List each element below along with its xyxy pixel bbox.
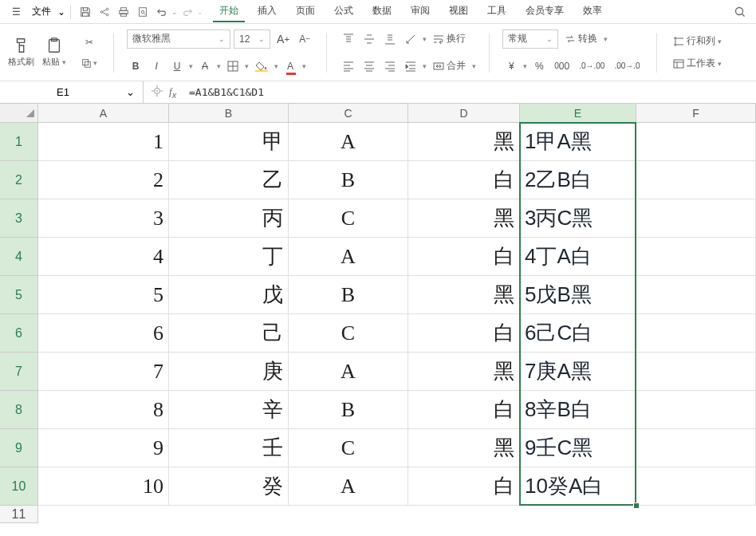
cell-C10[interactable]: A (289, 467, 408, 506)
row-header-7[interactable]: 7 (0, 353, 38, 391)
cell-B7[interactable]: 庚 (169, 353, 289, 391)
cell-D5[interactable]: 黑 (408, 276, 520, 314)
cell-D10[interactable]: 白 (408, 467, 520, 506)
align-top-icon[interactable] (340, 30, 357, 48)
tab-数据[interactable]: 数据 (366, 1, 398, 22)
align-middle-icon[interactable] (360, 30, 378, 48)
cell-C8[interactable]: B (289, 391, 408, 429)
cell-C2[interactable]: B (289, 161, 408, 199)
print-preview-icon[interactable] (133, 2, 152, 22)
col-header-B[interactable]: B (169, 104, 289, 123)
row-header-10[interactable]: 10 (0, 467, 38, 506)
cell-D2[interactable]: 白 (408, 161, 520, 199)
name-box[interactable]: E1 ⌄ (0, 81, 144, 103)
wrap-text-button[interactable]: 换行 (430, 30, 469, 48)
cell-B10[interactable]: 癸 (169, 467, 289, 506)
formula-input[interactable]: =A1&B1&C1&D1 (184, 86, 756, 98)
cell-A10[interactable]: 10 (38, 467, 169, 506)
cell-A7[interactable]: 7 (38, 353, 169, 391)
underline-icon[interactable]: U (168, 57, 186, 75)
cell-A3[interactable]: 3 (38, 199, 169, 238)
cell-F7[interactable] (636, 353, 756, 391)
tab-公式[interactable]: 公式 (328, 1, 360, 22)
font-size-select[interactable]: 12⌄ (234, 30, 270, 49)
cell-B4[interactable]: 丁 (169, 238, 289, 276)
cell-B1[interactable]: 甲 (169, 123, 289, 161)
format-painter-icon[interactable] (10, 37, 33, 54)
cell-A2[interactable]: 2 (38, 161, 169, 199)
row-header-1[interactable]: 1 (0, 123, 38, 161)
indent-icon[interactable] (402, 57, 419, 75)
cell-F6[interactable] (636, 314, 756, 353)
cell-F9[interactable] (636, 429, 756, 467)
worksheet-button[interactable]: 工作表▾ (670, 55, 725, 73)
cell-F8[interactable] (636, 391, 756, 429)
tab-视图[interactable]: 视图 (443, 1, 474, 22)
cell-E8[interactable]: 8辛B白 (520, 391, 636, 429)
save-icon[interactable] (76, 2, 95, 22)
cell-D7[interactable]: 黑 (408, 353, 520, 391)
cell-B6[interactable]: 己 (169, 314, 289, 353)
row-header-4[interactable]: 4 (0, 238, 38, 276)
align-right-icon[interactable] (381, 57, 399, 75)
undo-icon[interactable] (152, 2, 171, 22)
cell-D4[interactable]: 白 (408, 238, 520, 276)
file-menu[interactable]: 文件 (27, 3, 56, 20)
copy-icon[interactable]: ▾ (77, 54, 100, 72)
col-header-D[interactable]: D (408, 104, 520, 123)
row-header-8[interactable]: 8 (0, 391, 38, 429)
col-header-F[interactable]: F (636, 104, 756, 123)
tab-开始[interactable]: 开始 (213, 1, 245, 22)
row-header-5[interactable]: 5 (0, 276, 38, 314)
tab-插入[interactable]: 插入 (251, 1, 283, 22)
comma-icon[interactable]: 000 (551, 57, 573, 75)
cell-D3[interactable]: 黑 (408, 199, 520, 238)
cell-B2[interactable]: 乙 (169, 161, 289, 199)
cell-F4[interactable] (636, 238, 756, 276)
redo-icon[interactable] (178, 2, 197, 22)
col-header-E[interactable]: E (520, 104, 636, 123)
borders-icon[interactable] (224, 57, 242, 75)
row-header-11[interactable]: 11 (0, 506, 38, 523)
cell-D1[interactable]: 黑 (408, 123, 520, 161)
chevron-down-icon[interactable]: ⌄ (197, 8, 203, 16)
cell-C1[interactable]: A (289, 123, 408, 161)
cell-C9[interactable]: C (289, 429, 408, 467)
cell-A5[interactable]: 5 (38, 276, 169, 314)
row-header-2[interactable]: 2 (0, 161, 38, 199)
merge-cells-button[interactable]: 合并 (430, 57, 469, 75)
search-icon[interactable] (730, 2, 750, 22)
cell-A9[interactable]: 9 (38, 429, 169, 467)
chevron-down-icon[interactable]: ⌄ (57, 6, 65, 18)
cell-E1[interactable]: 1甲A黑 (520, 123, 636, 161)
row-header-3[interactable]: 3 (0, 199, 38, 238)
trace-icon[interactable] (152, 85, 163, 99)
tab-页面[interactable]: 页面 (289, 1, 321, 22)
col-header-C[interactable]: C (289, 104, 408, 123)
row-header-6[interactable]: 6 (0, 314, 38, 353)
chevron-down-icon[interactable]: ⌄ (126, 86, 135, 98)
increase-font-icon[interactable]: A+ (274, 30, 293, 48)
print-icon[interactable] (114, 2, 133, 22)
cut-icon[interactable]: ✂ (77, 34, 100, 51)
cell-F5[interactable] (636, 276, 756, 314)
col-header-A[interactable]: A (38, 104, 169, 123)
cell-B9[interactable]: 壬 (169, 429, 289, 467)
cell-B5[interactable]: 戊 (169, 276, 289, 314)
cell-A4[interactable]: 4 (38, 238, 169, 276)
cell-F1[interactable] (636, 123, 756, 161)
currency-icon[interactable]: ¥ (502, 57, 520, 75)
cell-F2[interactable] (636, 161, 756, 199)
cell-E2[interactable]: 2乙B白 (520, 161, 636, 199)
cell-E3[interactable]: 3丙C黑 (520, 199, 636, 238)
percent-icon[interactable]: % (530, 57, 548, 75)
increase-decimal-icon[interactable]: .0→.00 (576, 57, 608, 75)
orientation-icon[interactable] (402, 30, 419, 48)
cell-C7[interactable]: A (289, 353, 408, 391)
fx-icon[interactable]: fx (169, 85, 176, 100)
decrease-font-icon[interactable]: A− (296, 30, 313, 48)
menu-icon[interactable]: ☰ (6, 2, 26, 22)
cell-E6[interactable]: 6己C白 (520, 314, 636, 353)
fill-color-icon[interactable] (252, 57, 271, 75)
decrease-decimal-icon[interactable]: .00→.0 (611, 57, 643, 75)
